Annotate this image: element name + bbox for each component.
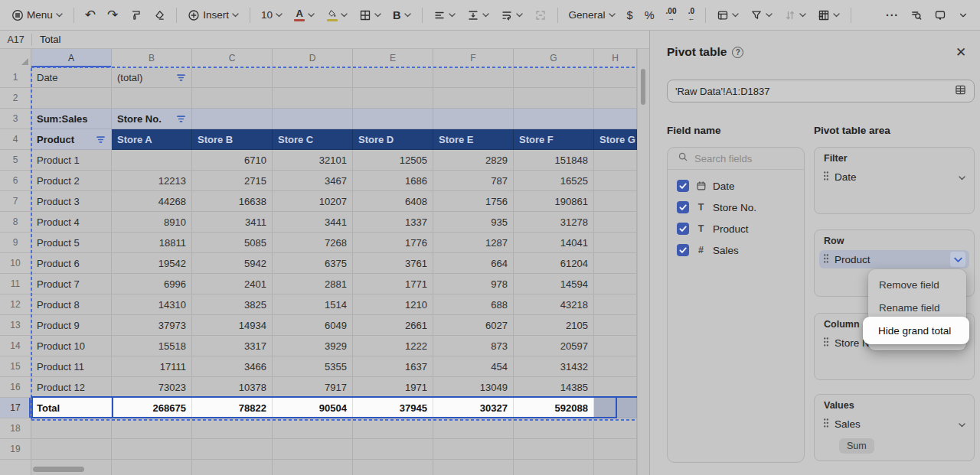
cell-F5[interactable]: 2829 [433, 150, 514, 171]
cell-G4[interactable]: Store F [514, 129, 594, 150]
cell-E17[interactable]: 37945 [353, 398, 433, 418]
cell-A10[interactable]: Product 6 [31, 253, 112, 274]
cell-D2[interactable] [273, 88, 353, 109]
cell-A12[interactable]: Product 8 [31, 294, 112, 315]
cell-style-button[interactable] [714, 5, 741, 26]
column-header-D[interactable]: D [273, 49, 353, 67]
cell-F10[interactable]: 664 [433, 253, 514, 274]
cell-E13[interactable]: 2661 [353, 315, 433, 336]
cell-H6[interactable] [594, 171, 637, 191]
row-header-1[interactable]: 1 [0, 67, 31, 88]
cell-F19[interactable] [433, 439, 514, 460]
cell-A11[interactable]: Product 7 [31, 274, 112, 294]
cell-C12[interactable]: 3825 [192, 294, 273, 315]
horizontal-align-button[interactable] [431, 5, 458, 26]
cell-D7[interactable]: 10207 [273, 191, 353, 212]
cell-C9[interactable]: 5085 [192, 233, 273, 253]
field-item-product[interactable]: TProduct [668, 218, 804, 239]
cell-B7[interactable]: 44268 [112, 191, 192, 212]
cell-C4[interactable]: Store B [192, 129, 273, 150]
undo-button[interactable]: ↶ [83, 5, 98, 26]
comment-button[interactable] [932, 5, 949, 26]
cell-C17[interactable]: 78822 [192, 398, 273, 418]
drag-handle-icon[interactable] [823, 418, 829, 431]
cell-F4[interactable]: Store E [433, 129, 514, 150]
cell-D10[interactable]: 6375 [273, 253, 353, 274]
cell-H1[interactable] [594, 67, 637, 88]
cell-A16[interactable]: Product 12 [31, 377, 112, 398]
cell-A17[interactable]: Total [31, 398, 112, 418]
row-header-11[interactable]: 11 [0, 274, 31, 294]
cell-D14[interactable]: 3929 [273, 336, 353, 356]
row-header-3[interactable]: 3 [0, 109, 31, 129]
search-fields-input[interactable]: Search fields [668, 148, 804, 170]
cell-B1[interactable]: (total) [112, 67, 192, 88]
cell-H20[interactable] [594, 460, 637, 475]
cell-E4[interactable]: Store D [353, 129, 433, 150]
cell-D8[interactable]: 3441 [273, 212, 353, 233]
cell-B14[interactable]: 15518 [112, 336, 192, 356]
row-header-6[interactable]: 6 [0, 171, 31, 191]
cell-G18[interactable] [514, 418, 594, 439]
chevron-down-icon-active[interactable] [950, 252, 965, 267]
cell-C1[interactable] [192, 67, 273, 88]
menu-item-rename-field[interactable]: Rename field [868, 296, 966, 319]
cell-A13[interactable]: Product 9 [31, 315, 112, 336]
cell-F11[interactable]: 978 [433, 274, 514, 294]
cell-A2[interactable] [31, 88, 112, 109]
collapse-toolbar-button[interactable] [956, 5, 971, 26]
cell-E7[interactable]: 6408 [353, 191, 433, 212]
cell-F16[interactable]: 13049 [433, 377, 514, 398]
cell-G10[interactable]: 61204 [514, 253, 594, 274]
cell-F7[interactable]: 1756 [433, 191, 514, 212]
cell-D11[interactable]: 2881 [273, 274, 353, 294]
cell-C18[interactable] [192, 418, 273, 439]
cell-H16[interactable] [594, 377, 637, 398]
decrease-decimal-button[interactable]: .0← [685, 5, 697, 26]
cell-C8[interactable]: 3411 [192, 212, 273, 233]
drag-handle-icon[interactable] [823, 337, 829, 350]
more-button[interactable]: ··· [884, 5, 901, 26]
cell-G2[interactable] [514, 88, 594, 109]
cell-E10[interactable]: 3761 [353, 253, 433, 274]
cell-B18[interactable] [112, 418, 192, 439]
cell-D19[interactable] [273, 439, 353, 460]
cell-B11[interactable]: 6996 [112, 274, 192, 294]
row-field-product[interactable]: Product [819, 250, 969, 268]
text-wrap-button[interactable] [498, 5, 525, 26]
cell-G12[interactable]: 43218 [514, 294, 594, 315]
cell-B10[interactable]: 19542 [112, 253, 192, 274]
cell-H11[interactable] [594, 274, 637, 294]
vertical-align-button[interactable] [465, 5, 492, 26]
cell-F9[interactable]: 1287 [433, 233, 514, 253]
row-header-13[interactable]: 13 [0, 315, 31, 336]
drag-handle-icon[interactable] [823, 253, 829, 266]
row-header-8[interactable]: 8 [0, 212, 31, 233]
percent-button[interactable]: % [642, 5, 657, 26]
cell-H5[interactable] [594, 150, 637, 171]
cell-E15[interactable]: 1637 [353, 356, 433, 377]
cell-F2[interactable] [433, 88, 514, 109]
cell-B17[interactable]: 268675 [112, 398, 192, 418]
cell-D15[interactable]: 5355 [273, 356, 353, 377]
cell-E16[interactable]: 1971 [353, 377, 433, 398]
cell-A3[interactable]: Sum:Sales [31, 109, 112, 129]
cell-E1[interactable] [353, 67, 433, 88]
cell-H3[interactable] [594, 109, 637, 129]
checkbox-checked[interactable] [677, 244, 689, 256]
bold-button[interactable]: B [390, 5, 413, 26]
cell-G13[interactable]: 2105 [514, 315, 594, 336]
row-header-9[interactable]: 9 [0, 233, 31, 253]
cell-E3[interactable] [353, 109, 433, 129]
cell-B12[interactable]: 14310 [112, 294, 192, 315]
cell-F3[interactable] [433, 109, 514, 129]
cell-G6[interactable]: 16525 [514, 171, 594, 191]
vertical-scrollbar[interactable] [641, 69, 645, 105]
cell-D5[interactable]: 32101 [273, 150, 353, 171]
cell-E14[interactable]: 1222 [353, 336, 433, 356]
cell-name-box[interactable]: A17 [0, 34, 31, 45]
checkbox-checked[interactable] [677, 201, 689, 213]
cell-E12[interactable]: 1210 [353, 294, 433, 315]
cell-H12[interactable] [594, 294, 637, 315]
cell-D3[interactable] [273, 109, 353, 129]
